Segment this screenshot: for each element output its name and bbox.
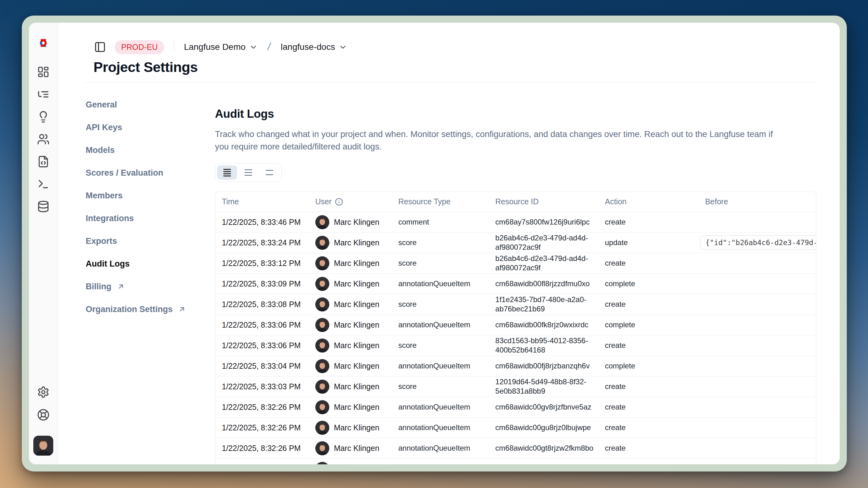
tracing-icon[interactable] bbox=[37, 88, 50, 101]
before-json-chip[interactable]: {"id":"b26ab4c6-d2e3-479d-a bbox=[700, 235, 816, 250]
cell-time: 1/22/2025, 8:32:26 PM bbox=[215, 417, 315, 438]
table-row: 1/22/2025, 8:33:12 PM Marc Klingen score bbox=[215, 253, 816, 273]
settings-nav-models[interactable]: Models bbox=[86, 145, 215, 155]
cell-resource-type: annotationQueueItem bbox=[398, 438, 495, 458]
playground-terminal-icon[interactable] bbox=[37, 178, 50, 190]
cell-action: create bbox=[605, 294, 705, 315]
cell-time: 1/22/2025, 8:33:04 PM bbox=[215, 356, 315, 376]
cell-before bbox=[705, 315, 816, 335]
prompts-lightbulb-icon[interactable] bbox=[37, 110, 50, 123]
row-height-small-button[interactable] bbox=[217, 165, 237, 180]
settings-gear-icon[interactable] bbox=[37, 386, 50, 398]
column-header-time: Time bbox=[215, 192, 315, 212]
user-name: Marc Klingen bbox=[334, 279, 379, 288]
chevron-down-icon bbox=[339, 43, 347, 52]
cell-action: create bbox=[605, 335, 705, 356]
cell-resource-type: annotationQueueItem bbox=[398, 397, 495, 417]
cell-action: create bbox=[605, 212, 705, 232]
audit-logs-section: Audit Logs Track who changed what in you… bbox=[215, 99, 816, 464]
page-title: Project Settings bbox=[93, 59, 816, 75]
settings-nav-audit-logs[interactable]: Audit Logs bbox=[86, 258, 215, 269]
cell-resource-type: score bbox=[398, 376, 495, 397]
table-row: 1/22/2025, 8:32:26 PM Marc Klingen annot… bbox=[215, 458, 816, 464]
row-height-medium-button[interactable] bbox=[238, 165, 258, 180]
rail-nav-icons bbox=[37, 66, 50, 213]
user-name: Marc Klingen bbox=[334, 382, 379, 391]
database-icon[interactable] bbox=[37, 200, 50, 213]
cell-action: complete bbox=[605, 315, 705, 335]
users-icon[interactable] bbox=[37, 133, 50, 145]
column-header-resource-type: Resource Type bbox=[398, 192, 495, 212]
settings-nav-exports[interactable]: Exports bbox=[86, 236, 215, 246]
table-row: 1/22/2025, 8:33:04 PM Marc Klingen annot… bbox=[215, 356, 816, 376]
cell-action: create bbox=[605, 376, 705, 397]
rows-medium-icon bbox=[244, 168, 253, 177]
org-switcher[interactable]: Langfuse Demo bbox=[184, 42, 258, 52]
settings-nav-scores-evaluation[interactable]: Scores / Evaluation bbox=[86, 167, 215, 178]
info-icon[interactable] bbox=[335, 198, 343, 206]
settings-nav-api-keys[interactable]: API Keys bbox=[86, 122, 215, 133]
user-name: Marc Klingen bbox=[334, 362, 379, 370]
cell-resource-id: cm68awidc00gt8rjzw2fkm8bo bbox=[495, 438, 605, 458]
settings-nav-general[interactable]: General bbox=[86, 99, 215, 110]
rows-large-icon bbox=[265, 168, 274, 177]
cell-time: 1/22/2025, 8:32:26 PM bbox=[215, 438, 315, 458]
cell-time: 1/22/2025, 8:33:06 PM bbox=[215, 315, 315, 335]
settings-nav-integrations[interactable]: Integrations bbox=[86, 213, 215, 224]
icon-rail bbox=[29, 23, 58, 464]
cell-before bbox=[705, 458, 816, 464]
settings-nav-members[interactable]: Members bbox=[86, 190, 215, 201]
row-height-large-button[interactable] bbox=[259, 165, 279, 180]
table-row: 1/22/2025, 8:33:06 PM Marc Klingen annot… bbox=[215, 315, 816, 335]
cell-before bbox=[705, 273, 816, 294]
cell-action: create bbox=[605, 397, 705, 417]
cell-time: 1/22/2025, 8:33:08 PM bbox=[215, 294, 315, 315]
column-header-action: Action bbox=[605, 192, 705, 212]
rows-small-icon bbox=[222, 168, 232, 177]
breadcrumb-divider bbox=[174, 41, 175, 53]
user-avatar bbox=[315, 462, 329, 464]
cell-time: 1/22/2025, 8:33:09 PM bbox=[215, 273, 315, 294]
cell-resource-id: b26ab4c6-d2e3-479d-ad4d-af980072ac9f bbox=[495, 232, 605, 253]
cell-time: 1/22/2025, 8:33:03 PM bbox=[215, 376, 315, 397]
cell-resource-id: b26ab4c6-d2e3-479d-ad4d-af980072ac9f bbox=[495, 253, 605, 273]
cell-action: complete bbox=[605, 356, 705, 376]
dashboard-icon[interactable] bbox=[37, 66, 50, 78]
project-switcher[interactable]: langfuse-docs bbox=[281, 42, 347, 52]
settings-nav-organization-settings[interactable]: Organization Settings bbox=[86, 304, 215, 315]
support-lifebuoy-icon[interactable] bbox=[37, 409, 50, 421]
settings-nav-billing[interactable]: Billing bbox=[86, 281, 215, 292]
user-name: Marc Klingen bbox=[334, 218, 379, 227]
user-avatar[interactable] bbox=[33, 436, 53, 456]
sidebar-toggle-button[interactable] bbox=[93, 40, 106, 54]
table-header-row: Time User Resource Type Resource ID Acti… bbox=[215, 192, 816, 212]
table-row: 1/22/2025, 8:33:24 PM Marc Klingen score bbox=[215, 232, 816, 253]
table-row: 1/22/2025, 8:32:26 PM Marc Klingen annot… bbox=[215, 417, 816, 438]
cell-before bbox=[705, 294, 816, 315]
cell-before bbox=[705, 335, 816, 356]
org-name: Langfuse Demo bbox=[184, 42, 246, 52]
cell-before bbox=[705, 397, 816, 417]
cell-user: Marc Klingen bbox=[315, 356, 399, 376]
datasets-file-code-icon[interactable] bbox=[37, 155, 50, 168]
cell-user: Marc Klingen bbox=[315, 273, 399, 294]
table-row: 1/22/2025, 8:33:03 PM Marc Klingen score bbox=[215, 376, 816, 397]
audit-logs-description: Track who changed what in your project a… bbox=[215, 128, 788, 153]
cell-action: create bbox=[605, 253, 705, 273]
user-avatar bbox=[315, 256, 329, 270]
langfuse-logo-icon[interactable] bbox=[36, 38, 50, 48]
environment-badge: PROD-EU bbox=[115, 40, 164, 54]
user-name: Marc Klingen bbox=[334, 259, 379, 268]
user-name: Marc Klingen bbox=[334, 300, 379, 309]
table-row: 1/22/2025, 8:32:26 PM Marc Klingen annot… bbox=[215, 438, 816, 458]
panel-left-icon bbox=[94, 41, 106, 53]
cell-action: create bbox=[605, 417, 705, 438]
breadcrumb: PROD-EU Langfuse Demo langfuse-docs bbox=[93, 40, 816, 54]
cell-action: create bbox=[605, 438, 705, 458]
cell-action: complete bbox=[605, 273, 705, 294]
external-link-icon bbox=[117, 283, 125, 291]
cell-user: Marc Klingen bbox=[315, 438, 399, 458]
cell-before bbox=[705, 376, 816, 397]
cell-before: {"id":"b26ab4c6-d2e3-479d-a bbox=[705, 232, 816, 253]
cell-resource-type: score bbox=[398, 232, 495, 253]
